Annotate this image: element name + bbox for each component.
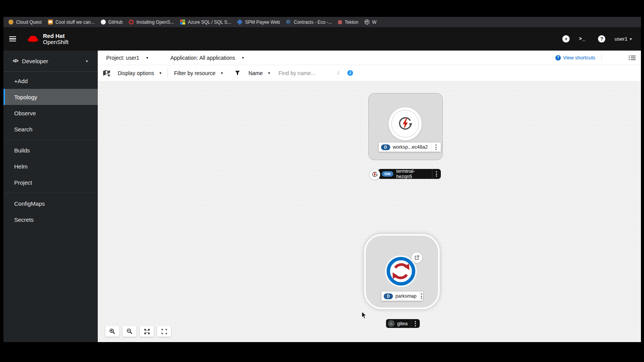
chevron-down-icon: ▾ [221,71,223,75]
sidebar-item-builds[interactable]: Builds [3,142,98,158]
redhat-fedora-icon [26,34,39,44]
filter-by-resource-dropdown[interactable]: Filter by resource ▾ [174,70,223,76]
brand-line2: OpenShift [43,39,69,45]
gitea-kebab-menu[interactable] [411,319,419,328]
parksmap-node-label[interactable]: D parksmap [381,292,423,301]
bookmark-installing-openshift[interactable]: Installing OpenS... [129,20,174,25]
zoom-out-icon [127,328,133,334]
chevron-down-icon: ▾ [630,37,632,41]
chevron-down-icon: ▾ [86,59,88,63]
display-options-label: Display options [118,70,154,76]
menu-toggle-icon[interactable] [9,36,16,41]
openshift-masthead: Red Hat OpenShift + >_ ? user1 ▾ [3,27,641,51]
help-icon[interactable]: ? [598,35,605,43]
zoom-out-button[interactable] [123,326,136,337]
bookmark-tekton[interactable]: Tekton [338,20,358,25]
sidebar-item-add[interactable]: +Add [3,73,98,89]
reset-view-button[interactable] [157,326,171,337]
import-plus-icon[interactable]: + [562,35,570,43]
browser-bookmarks-bar: Cloud Quest Cool stuff we can... GitHub … [3,17,641,27]
bookmark-azure-sql[interactable]: Azure SQL / SQL S... [180,20,231,25]
name-filter-dropdown[interactable]: Name ▾ [235,70,270,76]
topology-canvas[interactable]: D worksp...ec48a2 DW terminal-hezqn5 [98,81,641,342]
list-view-toggle-icon[interactable] [629,55,636,61]
parksmap-node-name: parksmap [396,293,417,299]
code-icon: </> [13,58,18,64]
parksmap-kebab-menu[interactable] [420,292,423,301]
github-icon [101,20,106,25]
devworkspace-icon [371,171,378,178]
zoom-in-icon [109,328,115,334]
terminal-node-label[interactable]: DW terminal-hezqn5 [378,169,441,179]
redhat-openshift-logo[interactable]: Red Hat OpenShift [26,33,69,45]
bookmark-label: Cool stuff we can... [56,20,95,25]
toolbar-divider [601,54,602,62]
terminal-decorator[interactable] [370,169,380,180]
gitea-node-label[interactable]: A gitea [386,319,420,328]
web-terminal-icon[interactable]: >_ [579,36,589,42]
bookmark-cool-stuff[interactable]: Cool stuff we can... [48,20,95,25]
info-icon[interactable]: i [347,70,353,76]
sidebar-item-search[interactable]: Search [3,121,98,137]
bookmark-github[interactable]: GitHub [101,20,123,25]
find-by-name-input[interactable] [279,70,328,76]
workspace-node-name: worksp...ec48a2 [393,144,428,150]
chevron-down-icon: ▾ [242,56,244,60]
brand-line1: Red Hat [43,33,69,39]
devworkspace-icon [397,116,413,132]
bookmark-label: W [372,20,376,25]
bookmark-label: Contracts - Eco -... [294,20,332,25]
topology-filter-bar: Display options ▾ Filter by resource ▾ N… [98,65,641,81]
tekton-icon [338,20,342,24]
zoom-in-button[interactable] [105,326,119,337]
sidebar-item-helm[interactable]: Helm [3,158,98,174]
application-dropdown-label: Application: All applications [170,55,235,61]
user-menu[interactable]: user1 ▾ [614,36,632,42]
workspace-kebab-menu[interactable] [432,143,441,152]
view-shortcuts-link[interactable]: ? View shortcuts [555,55,595,61]
screen: Cloud Quest Cool stuff we can... GitHub … [0,0,644,362]
view-shortcuts-label: View shortcuts [563,55,595,61]
chevron-down-icon: ▾ [159,71,161,75]
deployment-badge: D [384,293,393,299]
bookmark-label: SPM Payee Web [245,20,280,25]
export-application-icon[interactable] [102,69,112,77]
username: user1 [614,36,628,42]
canvas-controls [105,326,171,337]
sidebar-item-configmaps[interactable]: ConfigMaps [3,195,98,211]
slash-shortcut-hint: / [338,70,339,76]
workspace-node-label[interactable]: D worksp...ec48a2 [379,143,441,152]
mouse-cursor [361,311,366,321]
gitea-node-name: gitea [397,321,407,326]
application-badge: A [388,320,394,327]
chevron-down-icon: ▾ [268,71,270,75]
bookmark-contracts[interactable]: Contracts - Eco -... [286,20,332,25]
sidebar-item-secrets[interactable]: Secrets [3,211,98,228]
bookmark-spm-payee[interactable]: SPM Payee Web [237,20,280,25]
question-circle-icon: ? [555,55,561,61]
terminal-kebab-menu[interactable] [432,169,441,179]
bookmark-label: Cloud Quest [16,20,42,25]
name-filter-label: Name [248,70,263,76]
filter-by-resource-label: Filter by resource [174,70,215,76]
display-options-dropdown[interactable]: Display options ▾ [118,70,161,76]
developer-sidebar: </> Developer ▾ +Add Topology Observe Se… [3,51,98,342]
globe-dark-icon [286,20,291,25]
sidebar-item-project[interactable]: Project [3,174,98,190]
cloud-quest-icon [8,20,13,25]
open-url-decorator[interactable] [412,252,422,263]
bookmark-w[interactable]: W [365,20,376,25]
spm-icon [237,19,243,25]
bookmark-label: Azure SQL / SQL S... [188,20,231,25]
openshift-icon [129,20,134,25]
perspective-switcher[interactable]: </> Developer ▾ [3,51,98,72]
sidebar-item-observe[interactable]: Observe [3,105,98,121]
bookmark-cloud-quest[interactable]: Cloud Quest [8,20,42,25]
project-dropdown[interactable]: Project: user1 ▾ [106,55,148,61]
devworkspace-badge: DW [382,171,393,177]
workspace-node[interactable] [389,107,422,140]
fit-to-screen-button[interactable] [140,326,154,337]
application-dropdown[interactable]: Application: All applications ▾ [170,55,244,61]
external-link-icon [414,255,419,260]
sidebar-item-topology[interactable]: Topology [3,89,98,105]
